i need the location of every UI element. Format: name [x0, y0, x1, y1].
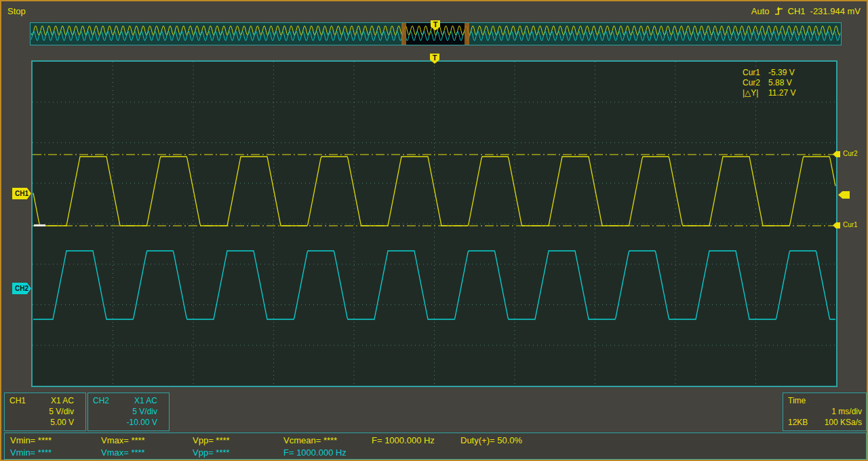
cursor-readout: Cur1-5.39 V Cur25.88 V |△Y|11.27 V — [743, 68, 795, 98]
ch1-panel-row3: 5.00 V — [9, 417, 74, 428]
measure-ch1-freq: F= 1000.000 Hz — [372, 435, 435, 445]
time-panel-memory: 12KB — [788, 417, 808, 428]
time-panel[interactable]: Time 1 ms/div 12KB 100 KSa/s — [783, 393, 867, 431]
trigger-level: -231.944 mV — [810, 6, 861, 16]
ch1-panel-row1: CH1 X1 AC — [9, 395, 74, 406]
ch2-panel-scale: 5 V/div — [132, 406, 157, 417]
ch2-panel-coupling: X1 AC — [134, 395, 157, 406]
ch2-panel[interactable]: CH2 X1 AC 5 V/div -10.00 V — [87, 393, 170, 431]
measure-ch2-vmin: Vmin= **** — [10, 447, 52, 458]
measure-ch1-duty: Duty(+)= 50.0% — [460, 435, 522, 445]
measurement-bar: Vmin= **** Vmax= **** Vpp= **** Vcmean= … — [4, 433, 867, 460]
measure-ch2-freq: F= 1000.000 Hz — [283, 447, 347, 458]
zoom-window-right-handle[interactable] — [465, 23, 469, 45]
time-panel-row1: Time — [788, 395, 862, 406]
zoom-window-left-handle[interactable] — [401, 23, 406, 45]
cursor1-readout: Cur1-5.39 V — [743, 68, 795, 78]
ch1-panel-scale: 5 V/div — [49, 406, 74, 417]
trigger-source: CH1 — [788, 6, 806, 16]
ch1-panel-row2: 5 V/div — [9, 406, 74, 417]
measure-ch1-vmin: Vmin= **** — [10, 435, 52, 445]
delta-label: |△Y| — [743, 88, 768, 98]
ch2-panel-row2: 5 V/div — [93, 406, 157, 417]
measure-ch1-vpp: Vpp= **** — [193, 435, 230, 445]
ch2-panel-name: CH2 — [93, 395, 109, 406]
cursor2-readout: Cur25.88 V — [743, 78, 795, 88]
cursor2-tag-label: Cur2 — [843, 150, 858, 157]
ch1-position-badge[interactable]: CH1 — [12, 188, 31, 199]
top-bar: Stop Auto CH1 -231.944 mV — [1, 1, 867, 20]
ch1-panel-position: 5.00 V — [50, 417, 74, 428]
measure-ch1-vmax: Vmax= **** — [101, 435, 145, 445]
cur1-value: -5.39 V — [768, 68, 795, 77]
oscilloscope-screen: Stop Auto CH1 -231.944 mV T — [0, 0, 868, 461]
measure-ch2-vpp: Vpp= **** — [193, 447, 230, 458]
cursor-delta-readout: |△Y|11.27 V — [743, 88, 795, 98]
ch2-panel-row3: -10.00 V — [93, 417, 157, 428]
cursor1-tag-label: Cur1 — [843, 221, 858, 228]
grid-lines — [33, 62, 836, 386]
ch1-panel[interactable]: CH1 X1 AC 5 V/div 5.00 V — [4, 393, 86, 431]
ch1-trace — [33, 157, 835, 226]
ch1-panel-name: CH1 — [9, 395, 26, 406]
time-panel-row3: 12KB 100 KSa/s — [788, 417, 862, 428]
measure-ch1-vcmean: Vcmean= **** — [283, 435, 337, 445]
time-panel-row2: 1 ms/div — [788, 406, 862, 417]
trigger-edge-icon — [774, 6, 783, 16]
delta-value: 11.27 V — [768, 88, 795, 98]
ch1-panel-coupling: X1 AC — [51, 395, 74, 406]
ch2-panel-position: -10.00 V — [127, 417, 157, 428]
trigger-mode: Auto — [751, 6, 770, 16]
run-state[interactable]: Stop — [7, 6, 26, 16]
measure-ch2-vmax: Vmax= **** — [101, 447, 145, 458]
time-panel-title: Time — [788, 395, 806, 406]
time-panel-timebase: 1 ms/div — [831, 406, 862, 417]
ch1-ground-marker — [34, 224, 45, 226]
cur2-label: Cur2 — [743, 78, 768, 88]
ch2-panel-row1: CH2 X1 AC — [93, 395, 157, 406]
cur2-value: 5.88 V — [768, 78, 792, 87]
display-canvas — [33, 62, 836, 386]
trigger-level-marker[interactable] — [838, 191, 850, 199]
trigger-status: Auto CH1 -231.944 mV — [751, 6, 861, 16]
ch2-position-badge[interactable]: CH2 — [12, 283, 31, 294]
time-panel-samplerate: 100 KSa/s — [825, 417, 862, 428]
cur1-label: Cur1 — [743, 68, 768, 78]
waveform-display — [31, 60, 837, 387]
